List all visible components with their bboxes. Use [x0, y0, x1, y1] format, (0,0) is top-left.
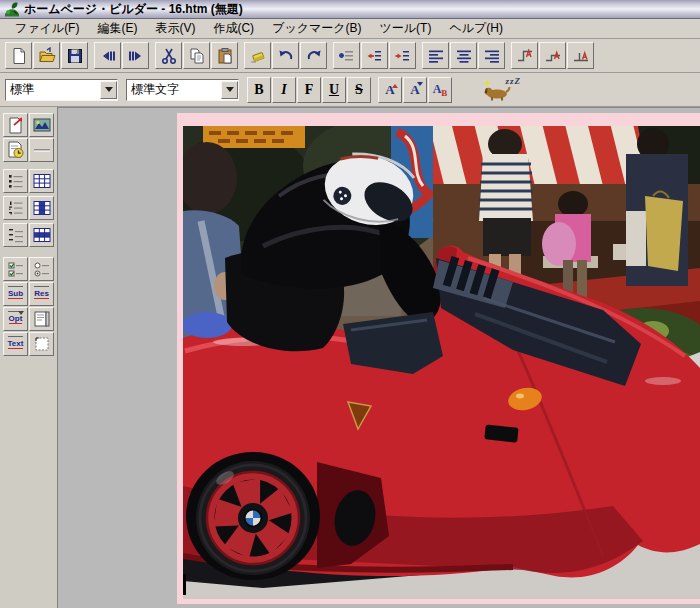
insert-image-button[interactable]: [29, 113, 54, 137]
bold-button[interactable]: B: [247, 77, 271, 103]
menu-file[interactable]: ファイル(F): [6, 18, 88, 39]
redo-button[interactable]: [300, 42, 327, 69]
text-field-tool[interactable]: Text: [3, 332, 28, 356]
text-caret: [183, 574, 186, 595]
copy-icon: [188, 47, 206, 65]
copy-button[interactable]: [183, 42, 210, 69]
numbered-list-button[interactable]: [3, 196, 28, 220]
italic-button[interactable]: I: [272, 77, 296, 103]
style-value: 標準: [10, 81, 100, 98]
menu-edit[interactable]: 編集(E): [88, 18, 146, 39]
paste-icon: [216, 47, 234, 65]
page-back-icon: [99, 47, 117, 65]
layout-box-tool[interactable]: [29, 332, 54, 356]
erase-button[interactable]: [244, 42, 271, 69]
page-forward-icon: [127, 47, 145, 65]
layout-box-icon: [32, 334, 52, 354]
font-dropdown-arrow[interactable]: [221, 81, 238, 99]
checkbox-list-icon: [6, 259, 26, 279]
table-column-icon: [32, 198, 52, 218]
text-wrap-middle-icon: [544, 47, 562, 65]
font-size-up-button[interactable]: A: [378, 77, 402, 103]
main-toolbar: [0, 39, 700, 73]
align-center-icon: [455, 47, 473, 65]
festival-red-sidecar-motorcycle-photo[interactable]: [183, 126, 700, 599]
editor-workspace[interactable]: [58, 107, 700, 608]
indent-button[interactable]: [389, 42, 416, 69]
page-back-button[interactable]: [94, 42, 121, 69]
align-center-button[interactable]: [450, 42, 477, 69]
reset-button-tool[interactable]: Res: [29, 282, 54, 306]
open-folder-icon: [38, 47, 56, 65]
menu-view[interactable]: 表示(V): [146, 18, 204, 39]
cut-button[interactable]: [155, 42, 182, 69]
indent-icon: [394, 47, 412, 65]
radio-button-list-button[interactable]: [29, 257, 54, 281]
text-wrap-middle-button[interactable]: [539, 42, 566, 69]
paste-button[interactable]: [211, 42, 238, 69]
definition-list-button[interactable]: [3, 223, 28, 247]
checkbox-list-button[interactable]: [3, 257, 28, 281]
table-icon: [32, 171, 52, 191]
insert-table-button[interactable]: [29, 169, 54, 193]
outdent-button[interactable]: [361, 42, 388, 69]
align-right-icon: [483, 47, 501, 65]
eraser-icon: [249, 47, 267, 65]
bullet-list-button[interactable]: [3, 169, 28, 193]
open-file-button[interactable]: [33, 42, 60, 69]
style-dropdown-arrow[interactable]: [100, 81, 117, 99]
save-button[interactable]: [61, 42, 88, 69]
scissors-icon: [160, 47, 178, 65]
page-clock-icon: [6, 140, 26, 160]
horizontal-rule-button[interactable]: [29, 138, 54, 162]
horizontal-rule-icon: [32, 140, 52, 160]
page-forward-button[interactable]: [122, 42, 149, 69]
radio-list-icon: [32, 259, 52, 279]
submit-button-tool[interactable]: Sub: [3, 282, 28, 306]
text-wrap-bottom-icon: [572, 47, 590, 65]
menu-help[interactable]: ヘルプ(H): [440, 18, 512, 39]
option-menu-tool[interactable]: Opt: [3, 307, 28, 331]
size-up-arrow-icon: [392, 81, 398, 88]
strikethrough-button[interactable]: S: [347, 77, 371, 103]
document-page[interactable]: [177, 113, 700, 604]
text-wrap-top-button[interactable]: [511, 42, 538, 69]
insert-list-item-button[interactable]: [333, 42, 360, 69]
insert-linked-page-button[interactable]: [3, 113, 28, 137]
align-right-button[interactable]: [478, 42, 505, 69]
window-title: ホームページ・ビルダー - 16.htm (無題): [24, 1, 243, 18]
textarea-tool[interactable]: [29, 307, 54, 331]
table-column-button[interactable]: [29, 196, 54, 220]
align-left-button[interactable]: [422, 42, 449, 69]
undo-icon: [277, 47, 295, 65]
style-combobox[interactable]: 標準: [5, 79, 118, 101]
table-row-icon: [32, 225, 52, 245]
undo-button[interactable]: [272, 42, 299, 69]
menu-bar: ファイル(F) 編集(E) 表示(V) 作成(C) ブックマーク(B) ツール(…: [0, 19, 700, 39]
font-combobox[interactable]: 標準文字: [126, 79, 239, 101]
table-row-button[interactable]: [29, 223, 54, 247]
new-document-icon: [10, 47, 28, 65]
definition-list-icon: [6, 225, 26, 245]
textarea-icon: [32, 309, 52, 329]
insert-page-effect-button[interactable]: [3, 138, 28, 162]
font-attributes-button[interactable]: AB: [428, 77, 452, 103]
underline-button[interactable]: U: [322, 77, 346, 103]
photo-illustration: [183, 126, 700, 599]
new-document-button[interactable]: [5, 42, 32, 69]
menu-bookmark[interactable]: ブックマーク(B): [263, 18, 370, 39]
text-wrap-top-icon: [516, 47, 534, 65]
linked-page-icon: [6, 115, 26, 135]
font-button[interactable]: F: [297, 77, 321, 103]
font-size-down-button[interactable]: A: [403, 77, 427, 103]
object-tool-palette: Sub Res Opt Text: [0, 107, 58, 608]
numbered-list-icon: [6, 198, 26, 218]
menu-tools[interactable]: ツール(T): [371, 18, 441, 39]
menu-create[interactable]: 作成(C): [204, 18, 263, 39]
redo-icon: [305, 47, 323, 65]
font-value: 標準文字: [131, 81, 221, 98]
outdent-icon: [366, 47, 384, 65]
sleeping-dog-mascot: zzZ: [481, 78, 515, 102]
text-wrap-bottom-button[interactable]: [567, 42, 594, 69]
format-toolbar: 標準 標準文字 B I F U S A A AB: [0, 73, 700, 107]
